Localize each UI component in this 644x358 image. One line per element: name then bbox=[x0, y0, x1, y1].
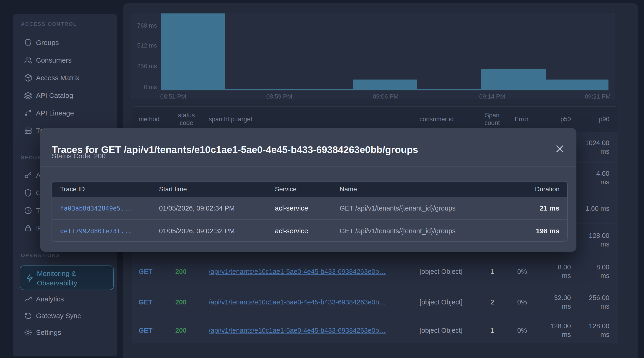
cell-error: 0% bbox=[517, 327, 527, 334]
latency-histogram-bar[interactable] bbox=[353, 80, 417, 90]
cell-p50: 32.00 ms bbox=[536, 294, 571, 311]
traces-header-service: Service bbox=[275, 185, 296, 193]
shield-icon bbox=[24, 38, 32, 47]
traces-header-duration: Duration bbox=[535, 185, 560, 193]
table-row[interactable]: GET200/api/v1/tenants/e10c1ae1-5ae0-4e45… bbox=[132, 256, 618, 287]
chart-x-tick: 08:59 PM bbox=[266, 93, 292, 100]
modal-divider bbox=[40, 167, 576, 167]
sidebar-section-label: ACCESS CONTROL bbox=[21, 21, 77, 28]
cell-status_code: 200 bbox=[175, 268, 186, 275]
trace-cell-start_time: 01/05/2026, 09:02:32 PM bbox=[159, 227, 235, 235]
sidebar-item-label: Consumers bbox=[36, 56, 72, 64]
sidebar-item-label: Access Matrix bbox=[36, 74, 80, 82]
sidebar-item-groups[interactable]: Groups bbox=[13, 35, 117, 50]
traces-table-header: Trace IDStart timeServiceNameDuration bbox=[52, 181, 567, 197]
sidebar-item-label: Gateway Sync bbox=[36, 312, 81, 320]
cell-method: GET bbox=[138, 268, 152, 275]
trace-row[interactable]: fa03ab8d342849e5...01/05/2026, 09:02:34 … bbox=[52, 197, 567, 219]
cell-status_code: 200 bbox=[175, 327, 186, 334]
trace-cell-trace_id[interactable]: fa03ab8d342849e5... bbox=[60, 204, 132, 212]
sidebar-item-label: A bbox=[36, 171, 41, 179]
shield-icon bbox=[24, 189, 32, 197]
latency-histogram-bar[interactable] bbox=[481, 69, 546, 90]
traces-modal: Traces for GET /api/v1/tenants/e10c1ae1-… bbox=[40, 128, 576, 252]
cell-span_count: 1 bbox=[478, 268, 506, 275]
column-header-error: Error bbox=[515, 116, 528, 123]
cell-p90: 1.60 ms bbox=[574, 204, 610, 213]
cell-p50: 128.00 ms bbox=[536, 322, 571, 339]
key-icon bbox=[24, 171, 32, 179]
cube-icon bbox=[24, 74, 32, 82]
sidebar-item-settings[interactable]: Settings bbox=[13, 325, 117, 340]
chart-x-tick: 09:14 PM bbox=[479, 93, 505, 100]
latency-histogram-bar[interactable] bbox=[546, 80, 608, 90]
sidebar-item-monitoring-observability-selected[interactable]: Monitoring & Observability bbox=[20, 265, 114, 290]
trend-up-icon bbox=[24, 295, 32, 303]
sidebar-item-api-lineage[interactable]: API Lineage bbox=[13, 106, 117, 120]
sidebar-item-label: API Catalog bbox=[36, 92, 73, 99]
cell-p90: 256.00 ms bbox=[574, 294, 610, 311]
layers-icon bbox=[24, 91, 32, 100]
chart-y-tick: 768 ms bbox=[132, 22, 157, 29]
cell-method: GET bbox=[138, 298, 152, 306]
cell-target[interactable]: /api/v1/tenants/e10c1ae1-5ae0-4e45-b433-… bbox=[209, 268, 386, 275]
close-icon[interactable] bbox=[554, 143, 566, 155]
column-header-status_code: status code bbox=[171, 112, 202, 127]
latency-histogram-bar[interactable] bbox=[161, 13, 225, 90]
sidebar-item-label: Settings bbox=[36, 329, 61, 337]
column-header-p90: p90 bbox=[574, 116, 610, 123]
cell-error: 0% bbox=[517, 268, 527, 275]
latency-histogram-bar[interactable] bbox=[225, 89, 353, 90]
traces-table: Trace IDStart timeServiceNameDuration fa… bbox=[52, 181, 568, 242]
chart-y-tick: 512 ms bbox=[132, 42, 157, 49]
sidebar-item-consumers[interactable]: Consumers bbox=[13, 53, 117, 67]
table-row[interactable]: GET200/api/v1/tenants/e10c1ae1-5ae0-4e45… bbox=[132, 317, 618, 343]
cell-consumer_id: [object Object] bbox=[420, 268, 462, 275]
cell-error: 0% bbox=[517, 298, 527, 306]
gear-icon bbox=[24, 328, 32, 337]
sidebar-item-label: API Lineage bbox=[36, 109, 74, 117]
column-header-p50: p50 bbox=[536, 116, 571, 123]
cell-p90: 128.00 ms bbox=[574, 322, 610, 339]
cell-consumer_id: [object Object] bbox=[420, 298, 462, 306]
modal-status-code: Status Code: 200 bbox=[52, 152, 106, 160]
sidebar-item-label: Groups bbox=[36, 39, 59, 47]
column-header-consumer_id: consumer id bbox=[420, 116, 454, 123]
latency-histogram-bar[interactable] bbox=[417, 89, 481, 90]
sidebar-item-analytics[interactable]: Analytics bbox=[13, 292, 117, 306]
cell-p50: 8.00 ms bbox=[536, 263, 571, 280]
traces-header-trace-id: Trace ID bbox=[60, 185, 85, 193]
cell-p90: 1024.00 ms bbox=[574, 139, 610, 156]
users-icon bbox=[24, 56, 32, 64]
sidebar-item-api-catalog[interactable]: API Catalog bbox=[13, 88, 117, 103]
latency-chart-panel: 768 ms512 ms256 ms0 ms08:51 PM08:59 PM09… bbox=[131, 13, 615, 99]
server-icon bbox=[24, 127, 32, 135]
trace-cell-name: GET /api/v1/tenants/{tenant_id}/groups bbox=[340, 204, 456, 212]
chart-x-tick: 09:21 PM bbox=[585, 93, 610, 100]
clock-icon bbox=[24, 206, 32, 215]
trace-cell-duration: 198 ms bbox=[536, 227, 560, 235]
sidebar-item-label: Analytics bbox=[36, 295, 64, 303]
trace-cell-service: acl-service bbox=[275, 227, 308, 235]
git-branch-icon bbox=[24, 109, 32, 117]
table-row[interactable]: GET200/api/v1/tenants/e10c1ae1-5ae0-4e45… bbox=[132, 287, 618, 317]
zap-icon bbox=[25, 274, 34, 282]
cell-target[interactable]: /api/v1/tenants/e10c1ae1-5ae0-4e45-b433-… bbox=[209, 298, 386, 306]
chart-y-tick: 256 ms bbox=[132, 63, 157, 70]
trace-cell-start_time: 01/05/2026, 09:02:34 PM bbox=[159, 204, 235, 212]
cell-span_count: 1 bbox=[478, 327, 506, 334]
cell-p90: 128.00 ms bbox=[574, 231, 610, 249]
trace-cell-trace_id[interactable]: deff7992d80fe73f... bbox=[60, 227, 132, 234]
sidebar-section-label: OPERATIONS bbox=[21, 252, 60, 259]
cell-target[interactable]: /api/v1/tenants/e10c1ae1-5ae0-4e45-b433-… bbox=[209, 327, 386, 334]
trace-row[interactable]: deff7992d80fe73f...01/05/2026, 09:02:32 … bbox=[52, 219, 567, 242]
cell-p90: 4.00 ms bbox=[574, 169, 610, 186]
sidebar-item-label: Monitoring & Observability bbox=[37, 269, 102, 288]
chart-x-tick: 08:51 PM bbox=[160, 93, 186, 100]
sidebar-item-access-matrix[interactable]: Access Matrix bbox=[13, 71, 117, 85]
cell-span_count: 2 bbox=[478, 298, 506, 306]
sidebar-item-gateway-sync[interactable]: Gateway Sync bbox=[13, 309, 117, 323]
column-header-target: span.http.target bbox=[209, 116, 252, 123]
cell-method: GET bbox=[138, 327, 152, 334]
trace-cell-service: acl-service bbox=[275, 204, 308, 212]
